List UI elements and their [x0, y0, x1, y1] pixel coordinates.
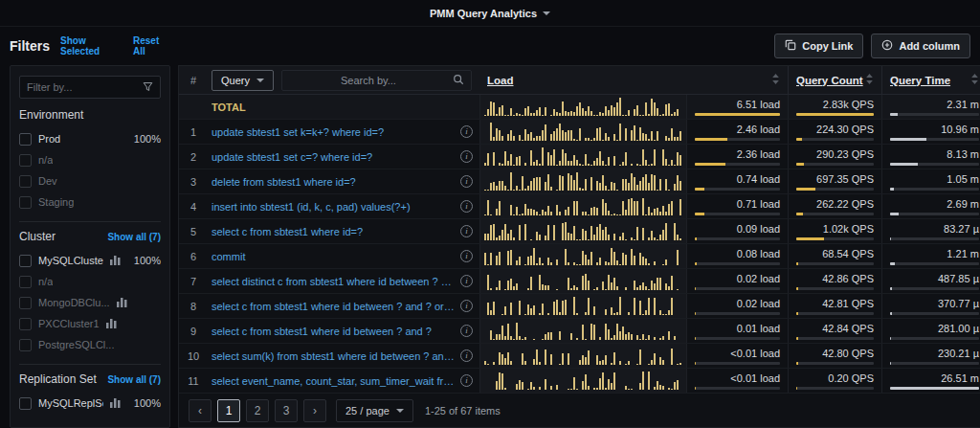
query-text-link[interactable]: select event_name, count_star, sum_timer…	[212, 375, 455, 387]
info-icon[interactable]: i	[460, 275, 473, 287]
search-box[interactable]	[281, 70, 472, 91]
filter-item-mysqlcluster1[interactable]: MySQLCluster1100%	[19, 250, 161, 271]
query-text-link[interactable]: insert into sbtest1 (id, k, c, pad) valu…	[212, 201, 455, 213]
column-query-count-header[interactable]: Query Count	[788, 66, 881, 94]
query-time-cell: 1.05 m	[881, 169, 980, 193]
checkbox[interactable]	[19, 276, 32, 288]
bar-chart-icon[interactable]	[110, 398, 121, 408]
query-text-link[interactable]: update sbtest1 set c=? where id=?	[212, 151, 455, 163]
filter-item-label: PostgreSQLCl...	[38, 339, 114, 350]
filter-search-box[interactable]	[19, 76, 161, 99]
search-input[interactable]	[289, 75, 448, 86]
bar-chart-icon[interactable]	[106, 319, 117, 328]
prev-page-button[interactable]: ‹	[189, 399, 212, 422]
column-query-time-header[interactable]: Query Time	[881, 66, 980, 94]
page-button-2[interactable]: 2	[246, 399, 269, 422]
query-text-link[interactable]: select c from sbtest1 where id=?	[212, 226, 455, 237]
load-cell: 0.01 load	[686, 319, 788, 343]
query-count-value: 2.83k QPS	[823, 99, 874, 110]
bar-chart-icon[interactable]	[110, 256, 121, 265]
query-dimension-dropdown[interactable]: Query	[212, 70, 274, 91]
query-text-link[interactable]: delete from sbtest1 where id=?	[212, 176, 455, 188]
info-icon[interactable]: i	[460, 325, 473, 337]
page-button-3[interactable]: 3	[275, 399, 298, 422]
total-row[interactable]: TOTAL6.51 load2.83k QPS2.31 m	[179, 95, 980, 120]
query-time-value: 2.31 m	[947, 99, 979, 110]
dashboard-title-dropdown[interactable]: PMM Query Analytics	[430, 8, 550, 19]
query-row[interactable]: 10select sum(k) from sbtest1 where id be…	[179, 344, 980, 369]
filter-item-mongodbclu[interactable]: MongoDBClu...	[19, 292, 161, 313]
query-row[interactable]: 5select c from sbtest1 where id=?i0.09 l…	[179, 219, 980, 244]
add-column-button[interactable]: Add column	[871, 34, 970, 58]
checkbox[interactable]	[19, 175, 32, 188]
copy-link-button[interactable]: Copy Link	[774, 34, 863, 58]
query-time-value: 83.27 µ	[944, 223, 979, 235]
query-row[interactable]: 9select c from sbtest1 where id between …	[179, 319, 980, 344]
query-row[interactable]: 1update sbtest1 set k=k+? where id=?i2.4…	[179, 120, 980, 145]
filter-item-staging[interactable]: Staging	[19, 191, 161, 213]
show-all-link[interactable]: Show all (7)	[107, 374, 161, 385]
query-row[interactable]: 4insert into sbtest1 (id, k, c, pad) val…	[179, 194, 980, 219]
query-row[interactable]: 8select c from sbtest1 where id between …	[179, 294, 980, 319]
query-count-cell: 68.54 QPS	[788, 244, 881, 268]
query-text-link[interactable]: commit	[212, 251, 455, 262]
next-page-button[interactable]: ›	[303, 399, 326, 422]
filter-item-n-a[interactable]: n/a	[19, 271, 161, 292]
sort-icon[interactable]	[771, 73, 780, 87]
items-range: 1-25 of 67 items	[425, 405, 501, 417]
checkbox[interactable]	[19, 154, 32, 167]
filter-item-n-a[interactable]: n/a	[19, 149, 161, 170]
info-icon[interactable]: i	[460, 250, 473, 262]
page-size-select[interactable]: 25 / page	[336, 399, 413, 422]
page-buttons: ‹123›	[189, 399, 326, 422]
filter-item-pxccluster1[interactable]: PXCCluster1	[19, 313, 161, 334]
sparkline-bars	[484, 222, 682, 240]
query-time-value: 10.96 m	[941, 124, 979, 135]
query-text-link[interactable]: TOTAL	[212, 101, 473, 113]
checkbox[interactable]	[19, 133, 32, 146]
filter-search-input[interactable]	[27, 81, 137, 93]
filter-section-header: Environment	[19, 108, 161, 122]
query-row[interactable]: 3delete from sbtest1 where id=?i0.74 loa…	[179, 169, 980, 194]
info-icon[interactable]: i	[460, 374, 473, 387]
query-count-bar	[796, 163, 874, 166]
checkbox[interactable]	[19, 297, 32, 309]
query-cell: select c from sbtest1 where id=?i	[208, 219, 479, 243]
query-row[interactable]: 11select event_name, count_star, sum_tim…	[179, 369, 980, 394]
sort-icon[interactable]	[865, 73, 874, 87]
query-text-link[interactable]: select distinct c from sbtest1 where id …	[212, 276, 455, 287]
query-text-link[interactable]: update sbtest1 set k=k+? where id=?	[212, 126, 455, 138]
checkbox[interactable]	[19, 397, 32, 410]
query-count-bar	[796, 312, 874, 315]
column-load-header[interactable]: Load	[479, 66, 788, 94]
query-count-cell: 290.23 QPS	[788, 145, 881, 169]
checkbox[interactable]	[19, 196, 32, 209]
info-icon[interactable]: i	[460, 200, 473, 213]
show-all-link[interactable]: Show all (7)	[107, 232, 161, 242]
filter-item-mysqlreplse[interactable]: MySQLReplSe...100%	[19, 393, 161, 414]
query-row[interactable]: 2update sbtest1 set c=? where id=?i2.36 …	[179, 145, 980, 169]
checkbox[interactable]	[19, 339, 32, 351]
info-icon[interactable]: i	[460, 225, 473, 237]
filter-item-prod[interactable]: Prod100%	[19, 128, 161, 149]
query-row[interactable]: 6commiti0.08 load68.54 QPS1.21 m	[179, 244, 980, 269]
checkbox[interactable]	[19, 318, 32, 330]
query-row[interactable]: 7select distinct c from sbtest1 where id…	[179, 269, 980, 294]
info-icon[interactable]: i	[460, 349, 473, 362]
query-text-link[interactable]: select c from sbtest1 where id between ?…	[212, 301, 455, 312]
sort-icon[interactable]	[970, 73, 979, 87]
filter-item-dev[interactable]: Dev	[19, 170, 161, 191]
query-cell: update sbtest1 set c=? where id=?i	[208, 145, 479, 169]
bar-chart-icon[interactable]	[117, 298, 127, 307]
info-icon[interactable]: i	[460, 125, 473, 138]
checkbox[interactable]	[19, 255, 32, 267]
info-icon[interactable]: i	[460, 150, 473, 163]
query-text-link[interactable]: select sum(k) from sbtest1 where id betw…	[212, 350, 455, 362]
info-icon[interactable]: i	[460, 175, 473, 188]
info-icon[interactable]: i	[460, 300, 473, 312]
page-button-1[interactable]: 1	[217, 399, 240, 422]
reset-all-link[interactable]: Reset All	[133, 35, 170, 56]
show-selected-link[interactable]: Show Selected	[60, 35, 122, 56]
filter-item-postgresqlcl[interactable]: PostgreSQLCl...	[19, 334, 161, 355]
query-text-link[interactable]: select c from sbtest1 where id between ?…	[212, 326, 455, 337]
